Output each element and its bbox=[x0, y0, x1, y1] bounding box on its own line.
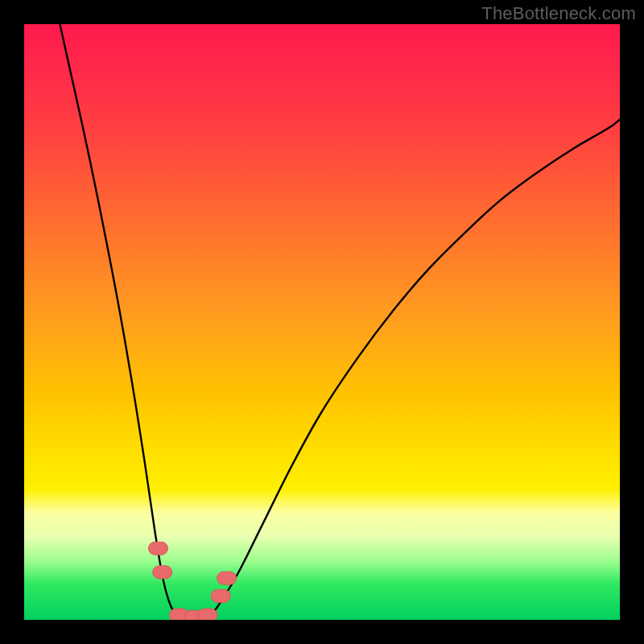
chart-svg bbox=[24, 24, 620, 620]
marker-left-lower bbox=[153, 566, 172, 579]
chart-frame: TheBottleneck.com bbox=[0, 0, 644, 644]
chart-markers bbox=[149, 542, 237, 620]
chart-plot-area bbox=[24, 24, 620, 620]
chart-curves bbox=[60, 24, 620, 619]
marker-left-upper bbox=[149, 542, 168, 555]
marker-right-lower bbox=[211, 589, 230, 602]
bottleneck-curve bbox=[60, 24, 620, 619]
marker-right-upper bbox=[217, 572, 237, 584]
marker-valley-3 bbox=[198, 609, 217, 620]
watermark-label: TheBottleneck.com bbox=[481, 3, 636, 24]
